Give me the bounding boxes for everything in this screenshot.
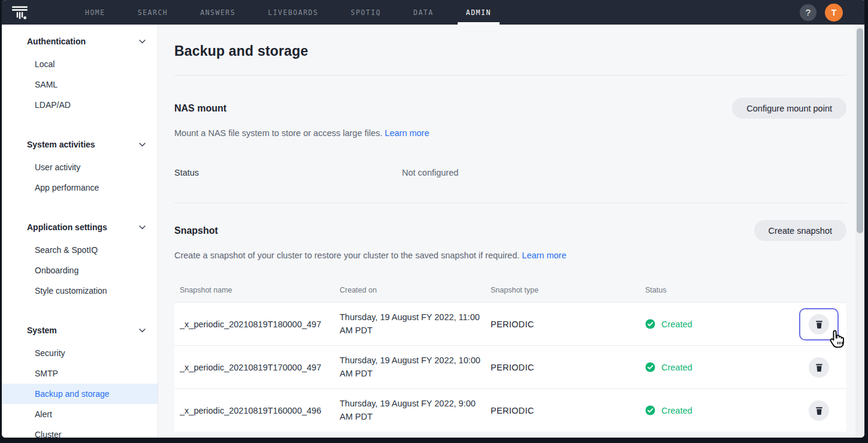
thoughtspot-logo[interactable] (2, 0, 38, 25)
chevron-down-icon[interactable] (139, 143, 146, 147)
created-on-cell: Thursday, 19 August FY 2022, 9:00 AM PDT (340, 397, 491, 423)
app-screen: HOME SEARCH ANSWERS LIVEBOARDS SPOTIQ DA… (2, 0, 864, 438)
sidebar-item-search-spotiq[interactable]: Search & SpotIQ (2, 240, 158, 260)
help-button[interactable]: ? (800, 4, 816, 21)
sidebar-header-label: System activities (27, 140, 95, 149)
check-circle-icon (645, 405, 655, 415)
status-badge: Created (661, 320, 692, 329)
create-snapshot-button[interactable]: Create snapshot (754, 220, 846, 241)
sidebar-header-label: System (27, 326, 57, 335)
nav-tab-data[interactable]: DATA (405, 0, 442, 25)
sidebar-section-application-settings: Application settings Search & SpotIQ Onb… (2, 218, 158, 301)
snapshot-type-cell: PERIODIC (491, 320, 645, 329)
nas-learn-more-link[interactable]: Learn more (385, 128, 429, 138)
sidebar-item-smtp[interactable]: SMTP (2, 363, 158, 384)
sidebar-header-label: Application settings (27, 222, 107, 232)
top-navigation-bar: HOME SEARCH ANSWERS LIVEBOARDS SPOTIQ DA… (2, 0, 864, 25)
sidebar-header-label: Authentication (27, 37, 86, 46)
trash-icon (815, 363, 824, 372)
scrollbar-thumb[interactable] (857, 28, 863, 233)
delete-snapshot-button[interactable] (809, 357, 829, 378)
sidebar-section-system-activities: System activities User activity App perf… (2, 135, 158, 198)
snapshot-learn-more-link[interactable]: Learn more (522, 251, 566, 260)
sidebar-item-backup-and-storage[interactable]: Backup and storage (2, 384, 158, 404)
snapshot-description: Create a snapshot of your cluster to res… (174, 251, 519, 260)
table-row: _x_periodic_20210819T160000_496 Thursday… (174, 388, 846, 432)
delete-snapshot-button[interactable] (809, 400, 829, 421)
window-frame: HOME SEARCH ANSWERS LIVEBOARDS SPOTIQ DA… (0, 0, 868, 443)
sidebar-item-cluster[interactable]: Cluster (2, 424, 158, 438)
nav-tab-spotiq[interactable]: SPOTIQ (342, 0, 389, 25)
divider (174, 75, 846, 76)
snapshot-type-cell: PERIODIC (491, 363, 645, 372)
admin-sidebar: Authentication Local SAML LDAP/AD System… (2, 25, 158, 438)
sidebar-section-authentication: Authentication Local SAML LDAP/AD (2, 32, 158, 115)
column-header-created-on: Created on (340, 286, 491, 294)
nas-status-label: Status (174, 168, 402, 177)
nas-status-value: Not configured (402, 168, 846, 177)
trash-icon (815, 320, 824, 329)
sidebar-item-saml[interactable]: SAML (2, 74, 158, 95)
snapshot-table: Snapshot name Created on Snapshot type S… (174, 278, 846, 432)
snapshot-table-header: Snapshot name Created on Snapshot type S… (174, 278, 846, 302)
configure-mount-point-button[interactable]: Configure mount point (732, 98, 846, 119)
snapshot-name-cell: _x_periodic_20210819T160000_496 (180, 406, 340, 415)
column-header-snapshot-name: Snapshot name (180, 286, 340, 294)
check-circle-icon (645, 319, 655, 329)
sidebar-header-system-activities[interactable]: System activities (2, 135, 158, 153)
sidebar-header-authentication[interactable]: Authentication (2, 32, 158, 50)
column-header-snapshot-type: Snapshot type (491, 286, 645, 294)
check-circle-icon (645, 362, 655, 372)
status-badge: Created (661, 363, 692, 372)
thoughtspot-logo-icon (11, 4, 29, 22)
nav-tab-search[interactable]: SEARCH (129, 0, 177, 25)
sidebar-item-user-activity[interactable]: User activity (2, 157, 158, 177)
nav-right-controls: ? T (800, 0, 864, 25)
snapshot-type-cell: PERIODIC (491, 406, 645, 415)
chevron-down-icon[interactable] (139, 225, 146, 230)
snapshot-name-cell: _x_periodic_20210819T170000_497 (180, 363, 340, 372)
snapshot-section: Snapshot Create snapshot Create a snapsh… (174, 220, 846, 432)
avatar-initial: T (831, 8, 837, 17)
sidebar-header-system[interactable]: System (2, 321, 158, 339)
status-cell: Created (645, 405, 791, 415)
vertical-scrollbar (855, 25, 864, 438)
chevron-down-icon[interactable] (139, 40, 146, 44)
page-title: Backup and storage (174, 43, 846, 59)
created-on-cell: Thursday, 19 August FY 2022, 11:00 AM PD… (340, 311, 491, 336)
sidebar-item-security[interactable]: Security (2, 343, 158, 363)
sidebar-item-style-customization[interactable]: Style customization (2, 281, 158, 301)
status-cell: Created (645, 362, 791, 372)
sidebar-header-application-settings[interactable]: Application settings (2, 218, 158, 236)
trash-icon (815, 406, 824, 415)
main-content: Backup and storage NAS mount Configure m… (158, 25, 864, 438)
nav-tab-home[interactable]: HOME (77, 0, 114, 25)
question-mark-icon: ? (806, 7, 810, 17)
status-badge: Created (661, 406, 692, 415)
delete-snapshot-button[interactable] (809, 314, 829, 334)
nav-tab-admin[interactable]: ADMIN (458, 0, 500, 25)
table-row: _x_periodic_20210819T180000_497 Thursday… (174, 302, 846, 345)
table-row: _x_periodic_20210819T170000_497 Thursday… (174, 345, 846, 388)
sidebar-item-onboarding[interactable]: Onboarding (2, 260, 158, 281)
nas-mount-description: Mount a NAS file system to store or acce… (174, 128, 382, 138)
snapshot-heading: Snapshot (174, 225, 218, 236)
nav-tabs: HOME SEARCH ANSWERS LIVEBOARDS SPOTIQ DA… (69, 0, 507, 25)
sidebar-item-ldap-ad[interactable]: LDAP/AD (2, 95, 158, 115)
nas-mount-heading: NAS mount (174, 103, 226, 114)
snapshot-name-cell: _x_periodic_20210819T180000_497 (180, 320, 340, 329)
nas-mount-section: NAS mount Configure mount point Mount a … (174, 98, 846, 203)
status-cell: Created (645, 319, 791, 329)
nav-tab-liveboards[interactable]: LIVEBOARDS (259, 0, 326, 25)
user-avatar[interactable]: T (825, 4, 843, 22)
column-header-status: Status (645, 286, 791, 294)
delete-button-focus-ring (799, 308, 839, 340)
sidebar-item-app-performance[interactable]: App performance (2, 177, 158, 198)
sidebar-item-alert[interactable]: Alert (2, 404, 158, 424)
divider (174, 203, 846, 203)
created-on-cell: Thursday, 19 August FY 2022, 10:00 AM PD… (340, 354, 491, 379)
sidebar-item-local[interactable]: Local (2, 54, 158, 74)
sidebar-section-system: System Security SMTP Backup and storage … (2, 321, 158, 438)
chevron-down-icon[interactable] (139, 329, 146, 333)
nav-tab-answers[interactable]: ANSWERS (192, 0, 244, 25)
